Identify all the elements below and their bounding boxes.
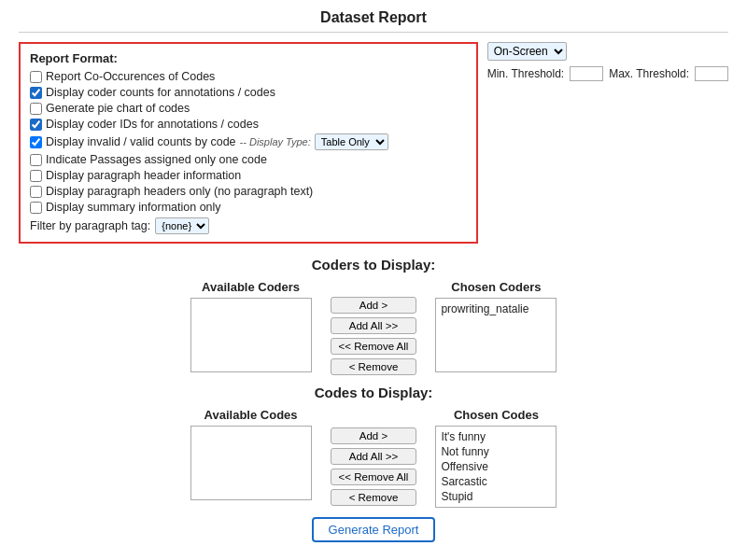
coders-section-title: Coders to Display: xyxy=(19,257,728,273)
checkbox-coder-counts[interactable] xyxy=(30,87,42,99)
checkbox-row-coder-counts: Display coder counts for annotations / c… xyxy=(30,86,467,99)
checkbox-summary-only-label: Display summary information only xyxy=(46,201,221,214)
checkbox-coder-counts-label: Display coder counts for annotations / c… xyxy=(46,86,275,99)
chosen-code-item: Offensive xyxy=(439,459,553,474)
chosen-code-item: It's funny xyxy=(439,429,553,444)
chosen-code-item: Not funny xyxy=(439,444,553,459)
remove-all-coders-button[interactable]: << Remove All xyxy=(331,338,417,355)
on-screen-row: On-Screen Print xyxy=(487,42,728,61)
chosen-coders-title: Chosen Coders xyxy=(451,280,541,294)
add-code-button[interactable]: Add > xyxy=(331,427,417,444)
chosen-codes-title: Chosen Codes xyxy=(454,408,539,422)
available-codes-title: Available Codes xyxy=(204,408,298,422)
report-format-label: Report Format: xyxy=(30,51,467,65)
chosen-code-item: Sarcastic xyxy=(439,474,553,489)
on-screen-select[interactable]: On-Screen Print xyxy=(487,42,567,61)
available-codes-col: Available Codes xyxy=(190,408,312,508)
checkbox-row-cooccur: Report Co-Occurences of Codes xyxy=(30,70,467,83)
checkbox-row-para-headers-only: Display paragraph headers only (no parag… xyxy=(30,185,467,198)
max-threshold-label: Max. Threshold: xyxy=(609,67,689,80)
checkbox-pie-chart[interactable] xyxy=(30,103,42,115)
available-coders-list xyxy=(190,298,312,372)
checkbox-para-headers-only[interactable] xyxy=(30,186,42,198)
checkbox-row-invalid-valid: Display invalid / valid counts by code -… xyxy=(30,133,467,150)
min-threshold-label: Min. Threshold: xyxy=(487,67,564,80)
chosen-coders-list: prowriting_natalie xyxy=(435,298,557,372)
checkbox-invalid-valid[interactable] xyxy=(30,136,42,148)
available-coders-title: Available Coders xyxy=(202,280,300,294)
available-coders-col: Available Coders xyxy=(190,280,312,375)
codes-section: Available Codes Add > Add All >> << Remo… xyxy=(19,408,728,508)
checkbox-para-header-label: Display paragraph header information xyxy=(46,169,241,182)
checkbox-cooccur-label: Report Co-Occurences of Codes xyxy=(46,70,215,83)
checkbox-one-code[interactable] xyxy=(30,154,42,166)
remove-coder-button[interactable]: < Remove xyxy=(331,358,417,375)
chosen-codes-list: It's funny Not funny Offensive Sarcastic… xyxy=(435,426,557,508)
add-all-codes-button[interactable]: Add All >> xyxy=(331,448,417,465)
checkbox-row-one-code: Indicate Passages assigned only one code xyxy=(30,153,467,166)
checkbox-para-header[interactable] xyxy=(30,170,42,182)
codes-btn-col: Add > Add All >> << Remove All < Remove xyxy=(331,425,417,508)
checkbox-row-summary-only: Display summary information only xyxy=(30,201,467,214)
filter-label: Filter by paragraph tag: xyxy=(30,219,150,232)
coders-btn-col: Add > Add All >> << Remove All < Remove xyxy=(331,297,417,375)
filter-tag-select[interactable]: {none} tag1 tag2 xyxy=(155,217,209,234)
codes-section-title: Codes to Display: xyxy=(19,385,728,400)
right-options: On-Screen Print Min. Threshold: Max. Thr… xyxy=(487,42,728,244)
page-title: Dataset Report xyxy=(19,9,728,33)
display-type-label: -- Display Type: xyxy=(240,136,311,147)
remove-all-codes-button[interactable]: << Remove All xyxy=(331,469,417,485)
report-format-box: Report Format: Report Co-Occurences of C… xyxy=(19,42,478,244)
coders-section: Available Coders Add > Add All >> << Rem… xyxy=(19,280,728,375)
chosen-coders-col: Chosen Coders prowriting_natalie xyxy=(435,280,557,375)
threshold-row: Min. Threshold: Max. Threshold: xyxy=(487,66,728,81)
checkbox-para-headers-only-label: Display paragraph headers only (no parag… xyxy=(46,185,313,198)
checkbox-summary-only[interactable] xyxy=(30,202,42,214)
checkbox-one-code-label: Indicate Passages assigned only one code xyxy=(46,153,267,166)
available-codes-list xyxy=(190,426,312,500)
chosen-codes-col: Chosen Codes It's funny Not funny Offens… xyxy=(435,408,557,508)
add-coder-button[interactable]: Add > xyxy=(331,297,417,314)
max-threshold-input[interactable] xyxy=(695,66,728,81)
display-type-select[interactable]: Table Only Chart Only Both xyxy=(315,133,388,150)
min-threshold-input[interactable] xyxy=(570,66,603,81)
chosen-code-item: Stupid xyxy=(439,489,553,504)
checkbox-coder-ids[interactable] xyxy=(30,119,42,131)
chosen-coder-item: prowriting_natalie xyxy=(439,301,553,316)
checkbox-pie-chart-label: Generate pie chart of codes xyxy=(46,102,190,115)
filter-row: Filter by paragraph tag: {none} tag1 tag… xyxy=(30,217,467,234)
checkbox-row-para-header: Display paragraph header information xyxy=(30,169,467,182)
checkbox-coder-ids-label: Display coder IDs for annotations / code… xyxy=(46,118,259,131)
checkbox-cooccur[interactable] xyxy=(30,71,42,83)
checkbox-row-coder-ids: Display coder IDs for annotations / code… xyxy=(30,118,467,131)
checkbox-row-pie-chart: Generate pie chart of codes xyxy=(30,102,467,115)
remove-code-button[interactable]: < Remove xyxy=(331,489,417,506)
checkbox-invalid-valid-label: Display invalid / valid counts by code xyxy=(46,135,236,148)
add-all-coders-button[interactable]: Add All >> xyxy=(331,317,417,334)
generate-report-button[interactable]: Generate Report xyxy=(312,517,436,542)
